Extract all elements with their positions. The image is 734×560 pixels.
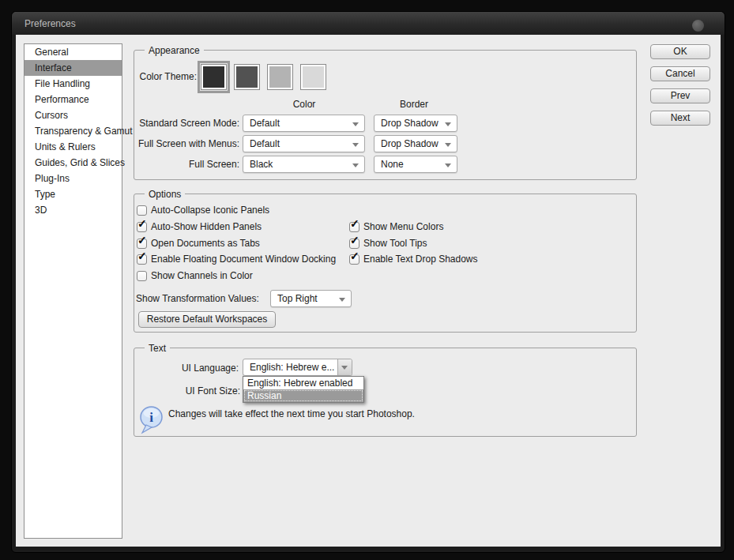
dialog-content: General Interface File Handling Performa… bbox=[16, 35, 721, 547]
check-icon: ✓ bbox=[350, 235, 359, 246]
standard-screen-border-dropdown[interactable]: Drop Shadow bbox=[374, 115, 457, 132]
language-option-english-hebrew[interactable]: English: Hebrew enabled bbox=[243, 377, 363, 389]
open-documents-as-tabs-checkbox[interactable]: ✓ bbox=[137, 239, 147, 249]
svg-text:i: i bbox=[149, 410, 153, 425]
full-screen-label: Full Screen: bbox=[97, 159, 239, 170]
dropdown-arrow-button[interactable] bbox=[337, 359, 352, 375]
ui-language-open-list: English: Hebrew enabled Russian bbox=[243, 376, 364, 403]
swatch-color bbox=[236, 66, 258, 88]
auto-show-hidden-panels-label[interactable]: Auto-Show Hidden Panels bbox=[151, 221, 262, 232]
chevron-down-icon bbox=[341, 366, 348, 370]
show-transformation-values-label: Show Transformation Values: bbox=[136, 293, 259, 304]
enable-text-drop-shadows-label[interactable]: Enable Text Drop Shadows bbox=[363, 254, 478, 265]
cancel-button[interactable]: Cancel bbox=[650, 66, 710, 81]
restore-default-workspaces-button[interactable]: Restore Default Workspaces bbox=[138, 311, 276, 328]
dropdown-value: Default bbox=[250, 138, 280, 149]
preferences-dialog: Preferences General Interface File Handl… bbox=[11, 11, 725, 553]
swatch-color bbox=[303, 66, 324, 88]
check-icon: ✓ bbox=[137, 250, 147, 261]
ui-language-label: UI Language: bbox=[136, 363, 239, 374]
full-screen-color-dropdown[interactable]: Black bbox=[243, 156, 365, 173]
options-group-title: Options bbox=[145, 189, 185, 200]
show-menu-colors-checkbox[interactable]: ✓ bbox=[349, 222, 359, 232]
standard-screen-mode-label: Standard Screen Mode: bbox=[97, 118, 239, 129]
check-icon: ✓ bbox=[350, 250, 359, 261]
chevron-down-icon bbox=[445, 143, 451, 147]
language-option-russian[interactable]: Russian bbox=[243, 389, 363, 402]
chevron-down-icon bbox=[352, 163, 359, 167]
standard-screen-color-dropdown[interactable]: Default bbox=[243, 115, 365, 132]
info-icon: i bbox=[139, 405, 164, 434]
ui-language-dropdown[interactable]: English: Hebrew e... bbox=[243, 359, 352, 376]
full-screen-menus-color-dropdown[interactable]: Default bbox=[243, 135, 365, 152]
full-screen-menus-border-dropdown[interactable]: Drop Shadow bbox=[374, 135, 457, 152]
color-theme-label: Color Theme: bbox=[102, 71, 197, 82]
window-title: Preferences bbox=[24, 18, 76, 29]
full-screen-border-dropdown[interactable]: None bbox=[374, 156, 457, 173]
show-channels-in-color-label[interactable]: Show Channels in Color bbox=[151, 270, 253, 281]
color-theme-swatch-medium-dark[interactable] bbox=[234, 64, 260, 90]
ui-font-size-label: UI Font Size: bbox=[137, 385, 240, 397]
appearance-group-title: Appearance bbox=[145, 45, 204, 56]
auto-collapse-iconic-panels-label[interactable]: Auto-Collapse Iconic Panels bbox=[151, 205, 269, 216]
color-theme-swatch-dark[interactable] bbox=[201, 64, 227, 90]
sidebar-item-type[interactable]: Type bbox=[24, 186, 122, 202]
dropdown-value: English: Hebrew e... bbox=[250, 362, 334, 373]
chevron-down-icon bbox=[352, 122, 359, 126]
check-icon: ✓ bbox=[137, 218, 147, 229]
enable-floating-document-window-docking-label[interactable]: Enable Floating Document Window Docking bbox=[151, 254, 336, 265]
sidebar-item-3d[interactable]: 3D bbox=[24, 202, 122, 218]
check-icon: ✓ bbox=[137, 235, 147, 246]
chevron-down-icon bbox=[339, 298, 345, 302]
chevron-down-icon bbox=[445, 122, 451, 126]
color-theme-swatch-light[interactable] bbox=[267, 64, 293, 90]
prev-button[interactable]: Prev bbox=[650, 88, 710, 103]
dropdown-value: None bbox=[381, 159, 404, 170]
sidebar-item-performance[interactable]: Performance bbox=[24, 92, 122, 107]
sidebar-item-plug-ins[interactable]: Plug-Ins bbox=[24, 171, 122, 186]
titlebar[interactable]: Preferences bbox=[12, 12, 725, 35]
column-header-border: Border bbox=[382, 99, 446, 110]
auto-show-hidden-panels-checkbox[interactable]: ✓ bbox=[137, 222, 147, 232]
show-transformation-values-dropdown[interactable]: Top Right bbox=[270, 290, 352, 307]
chevron-down-icon bbox=[352, 143, 359, 147]
chevron-down-icon bbox=[445, 163, 451, 167]
show-tool-tips-label[interactable]: Show Tool Tips bbox=[363, 238, 427, 249]
dropdown-value: Drop Shadow bbox=[381, 118, 439, 129]
next-button[interactable]: Next bbox=[650, 111, 710, 126]
swatch-color bbox=[269, 66, 291, 88]
open-documents-as-tabs-label[interactable]: Open Documents as Tabs bbox=[151, 238, 260, 249]
dropdown-value: Drop Shadow bbox=[381, 138, 439, 149]
show-tool-tips-checkbox[interactable]: ✓ bbox=[349, 239, 359, 249]
check-icon: ✓ bbox=[350, 218, 359, 229]
dropdown-value: Top Right bbox=[277, 293, 318, 304]
column-header-color: Color bbox=[273, 99, 336, 110]
full-screen-with-menus-label: Full Screen with Menus: bbox=[97, 138, 239, 149]
enable-text-drop-shadows-checkbox[interactable]: ✓ bbox=[349, 254, 359, 265]
restart-note: Changes will take effect the next time y… bbox=[168, 408, 415, 419]
sidebar-item-general[interactable]: General bbox=[24, 44, 122, 60]
show-menu-colors-label[interactable]: Show Menu Colors bbox=[363, 221, 443, 232]
enable-floating-document-window-docking-checkbox[interactable]: ✓ bbox=[137, 254, 147, 265]
color-theme-swatch-lightest[interactable] bbox=[300, 64, 326, 90]
close-icon[interactable] bbox=[692, 20, 704, 32]
auto-collapse-iconic-panels-checkbox[interactable] bbox=[137, 205, 147, 216]
show-channels-in-color-checkbox[interactable] bbox=[137, 271, 147, 281]
dropdown-value: Black bbox=[250, 159, 273, 170]
text-group-title: Text bbox=[145, 343, 170, 354]
dropdown-value: Default bbox=[250, 118, 280, 129]
swatch-color bbox=[203, 66, 224, 88]
ok-button[interactable]: OK bbox=[650, 44, 710, 59]
